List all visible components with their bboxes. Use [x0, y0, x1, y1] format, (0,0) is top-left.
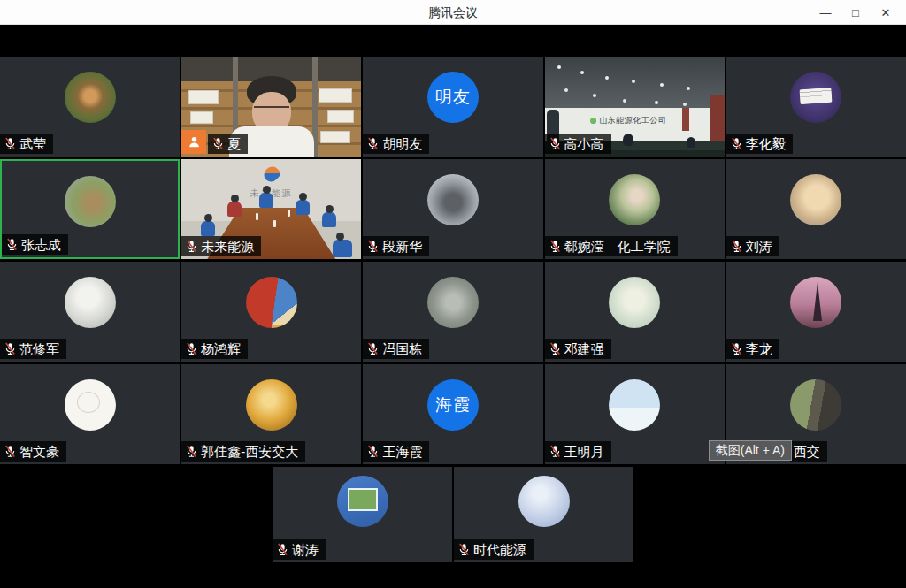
mic-on-icon [730, 135, 743, 152]
maximize-button[interactable]: □ [841, 0, 871, 25]
mic-muted-icon [549, 238, 562, 255]
tile-fengguodong[interactable]: 冯国栋 [363, 262, 542, 362]
avatar-colorful-fan [246, 277, 297, 328]
tile-wuying[interactable]: 武莹 [0, 57, 180, 157]
tile-guojiaxin[interactable]: 郭佳鑫-西安交大 [181, 364, 361, 464]
name-label: 邓建强 [545, 339, 611, 359]
name-label: 李龙 [726, 339, 779, 359]
participant-name: 范修军 [19, 340, 59, 357]
name-label: 未来能源 [181, 236, 261, 256]
participant-name: 郭佳鑫-西安交大 [201, 443, 298, 460]
name-label: 王明月 [545, 441, 611, 462]
name-label: 郭佳鑫-西安交大 [181, 441, 305, 462]
participant-name: 刘涛 [746, 238, 772, 255]
mic-muted-icon [211, 135, 225, 152]
name-label: 王海霞 [363, 441, 429, 462]
mic-muted-icon [366, 443, 380, 460]
mic-muted-icon [366, 238, 380, 255]
participant-name: 高小高 [564, 135, 604, 152]
tile-zhangzhicheng-active-speaker[interactable]: 张志成 [0, 159, 180, 259]
tile-fanxiujun[interactable]: 范修军 [0, 262, 180, 362]
avatar-clocktower-photo [790, 379, 841, 431]
mic-muted-icon [4, 340, 17, 357]
avatar-tower-night-photo [790, 277, 841, 328]
tile-dengjianqiang[interactable]: 邓建强 [545, 262, 725, 362]
close-button[interactable]: ✕ [871, 0, 901, 25]
tile-xiwanying[interactable]: 郗婉滢—化工学院 [545, 159, 725, 259]
tile-lihuayi[interactable]: 李化毅 [726, 57, 906, 157]
mic-muted-icon [366, 135, 380, 152]
tile-shidainengyuan[interactable]: 时代能源 [454, 467, 633, 562]
grid-row-2: 张志成 未来能源 未来能源 [0, 159, 906, 259]
participant-name: 未来能源 [201, 238, 254, 255]
participant-name: 杨鸿辉 [201, 340, 241, 357]
avatar-white-cartoon [65, 379, 116, 431]
tile-lilong[interactable]: 李龙 [726, 262, 906, 362]
meeting-video-grid: 武莹 夏 [0, 25, 906, 562]
avatar-building-photo [427, 277, 479, 328]
screenshot-shortcut-tooltip: 截图(Alt + A) [709, 440, 792, 461]
tile-wangmingyue[interactable]: 王明月 [545, 364, 725, 464]
tile-xietao[interactable]: 谢涛 [273, 467, 452, 562]
tile-xia[interactable]: 夏 [181, 57, 361, 157]
mic-muted-icon [549, 340, 562, 357]
tile-humingyou[interactable]: 明友 胡明友 [363, 57, 542, 157]
avatar-landscape-painting [609, 277, 660, 328]
mic-muted-icon [730, 340, 743, 357]
participant-name: 李龙 [746, 340, 772, 357]
company-drop-logo-icon [261, 164, 282, 185]
tile-weilainengyuan[interactable]: 未来能源 未来能源 [181, 159, 361, 259]
avatar-golden-photo [246, 379, 297, 431]
mic-muted-icon [549, 443, 562, 460]
avatar-cat-photo [790, 174, 841, 225]
mic-muted-icon [276, 541, 289, 558]
tile-gaoxiaogao[interactable]: 山东能源化工公司 高小高 [545, 57, 725, 157]
name-label: 时代能源 [454, 539, 534, 560]
avatar-beach-photo [609, 379, 660, 431]
participant-name: 谢涛 [292, 541, 319, 558]
name-label: 刘涛 [726, 236, 779, 256]
avatar-purple-card [790, 72, 841, 123]
participant-name: 西交 [794, 443, 820, 460]
tile-xijiao[interactable]: 截图(Alt + A) 西交 [726, 364, 906, 464]
company-logo-icon [590, 118, 596, 124]
minimize-button[interactable]: — [810, 0, 841, 25]
avatar-moon-photo [518, 476, 570, 527]
mic-muted-icon [185, 340, 198, 357]
participant-name: 李化毅 [746, 135, 786, 152]
grid-row-5: 谢涛 时代能源 [0, 467, 906, 562]
name-label: 夏 [208, 134, 248, 154]
name-label: 智文豪 [0, 441, 66, 462]
grid-row-4: 智文豪 郭佳鑫-西安交大 海霞 王海霞 王明月 截图( [0, 364, 906, 464]
tile-duanxinhua[interactable]: 段新华 [363, 159, 542, 259]
participant-name: 武莹 [19, 135, 46, 152]
window-controls: — □ ✕ [810, 0, 901, 25]
title-bar: 腾讯会议 — □ ✕ [0, 0, 906, 25]
mic-muted-icon [4, 443, 17, 460]
mic-muted-icon [185, 443, 198, 460]
name-label: 高小高 [545, 134, 611, 154]
window-title: 腾讯会议 [0, 0, 906, 25]
mic-on-icon [549, 135, 562, 152]
tile-zhiwenhao[interactable]: 智文豪 [0, 364, 180, 464]
grid-row-3: 范修军 杨鸿辉 冯国栋 邓建强 [0, 262, 906, 362]
tile-wanghaixia[interactable]: 海霞 王海霞 [363, 364, 542, 464]
avatar-initials-circle: 明友 [427, 72, 479, 123]
tile-liutao[interactable]: 刘涛 [726, 159, 906, 259]
mic-muted-icon [366, 340, 380, 357]
participant-name: 冯国栋 [382, 340, 422, 357]
participant-name: 王海霞 [382, 443, 422, 460]
participant-name: 王明月 [564, 443, 604, 460]
participant-name: 智文豪 [19, 443, 59, 460]
name-label: 段新华 [363, 236, 429, 256]
participant-name: 郗婉滢—化工学院 [564, 238, 671, 255]
participant-name: 夏 [227, 135, 241, 152]
mic-muted-icon [730, 238, 743, 255]
name-label: 杨鸿辉 [181, 339, 248, 359]
participant-name: 段新华 [382, 238, 422, 255]
tile-yanghonghui[interactable]: 杨鸿辉 [181, 262, 361, 362]
name-label-partially-covered: 西交 [790, 441, 827, 462]
participant-name: 张志成 [21, 236, 61, 253]
grid-row-1: 武莹 夏 [0, 57, 906, 157]
name-label: 武莹 [0, 134, 53, 154]
